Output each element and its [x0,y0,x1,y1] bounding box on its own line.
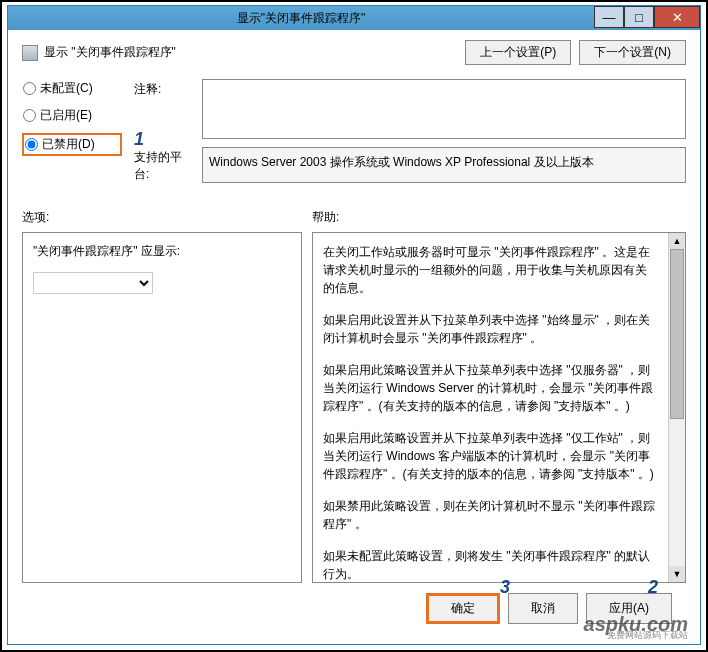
scroll-down-arrow-icon[interactable]: ▼ [669,566,685,582]
titlebar: 显示"关闭事件跟踪程序" — □ ✕ [8,6,700,30]
scroll-up-arrow-icon[interactable]: ▲ [669,233,685,249]
prev-setting-button[interactable]: 上一个设置(P) [465,40,571,65]
radio-enabled[interactable]: 已启用(E) [22,106,122,125]
cancel-button[interactable]: 取消 [508,593,578,624]
help-paragraph: 如果未配置此策略设置，则将发生 "关闭事件跟踪程序" 的默认行为。 [323,547,657,583]
options-display-label: "关闭事件跟踪程序" 应显示: [33,243,291,260]
help-paragraph: 如果启用此设置并从下拉菜单列表中选择 "始终显示" ，则在关闭计算机时会显示 "… [323,311,657,347]
annotation-3: 3 [500,577,510,598]
help-paragraph: 在关闭工作站或服务器时可显示 "关闭事件跟踪程序" 。这是在请求关机时显示的一组… [323,243,657,297]
ok-button[interactable]: 确定 [426,593,500,624]
close-button[interactable]: ✕ [654,6,700,28]
radio-not-configured[interactable]: 未配置(C) [22,79,122,98]
page-title: 显示 "关闭事件跟踪程序" [44,44,176,61]
display-dropdown[interactable] [33,272,153,294]
radio-disabled-label: 已禁用(D) [42,136,95,153]
radio-not-configured-input[interactable] [23,82,36,95]
annotation-2: 2 [648,577,658,598]
maximize-button[interactable]: □ [624,6,654,28]
radio-enabled-input[interactable] [23,109,36,122]
minimize-button[interactable]: — [594,6,624,28]
options-panel: "关闭事件跟踪程序" 应显示: [22,232,302,583]
radio-not-configured-label: 未配置(C) [40,80,93,97]
help-paragraph: 如果启用此策略设置并从下拉菜单列表中选择 "仅服务器" ，则当关闭运行 Wind… [323,361,657,415]
radio-enabled-label: 已启用(E) [40,107,92,124]
help-panel: 在关闭工作站或服务器时可显示 "关闭事件跟踪程序" 。这是在请求关机时显示的一组… [312,232,686,583]
policy-icon [22,45,38,61]
comment-textarea[interactable] [202,79,686,139]
help-scrollbar[interactable]: ▲ ▼ [668,233,685,582]
platform-text: Windows Server 2003 操作系统或 Windows XP Pro… [202,147,686,183]
help-paragraph: 如果禁用此策略设置，则在关闭计算机时不显示 "关闭事件跟踪程序" 。 [323,497,657,533]
window-title: 显示"关闭事件跟踪程序" [8,10,594,27]
radio-disabled-input[interactable] [25,138,38,151]
radio-disabled[interactable]: 已禁用(D) [22,133,122,156]
scroll-thumb[interactable] [670,249,684,419]
help-paragraph: 如果启用此策略设置并从下拉菜单列表中选择 "仅工作站" ，则当关闭运行 Wind… [323,429,657,483]
comment-label: 注释: [134,79,194,98]
platform-label: 支持的平台: [134,147,194,183]
options-section-label: 选项: [22,209,312,226]
help-section-label: 帮助: [312,209,686,226]
apply-button[interactable]: 应用(A) [586,593,672,624]
next-setting-button[interactable]: 下一个设置(N) [579,40,686,65]
annotation-1: 1 [134,129,144,150]
